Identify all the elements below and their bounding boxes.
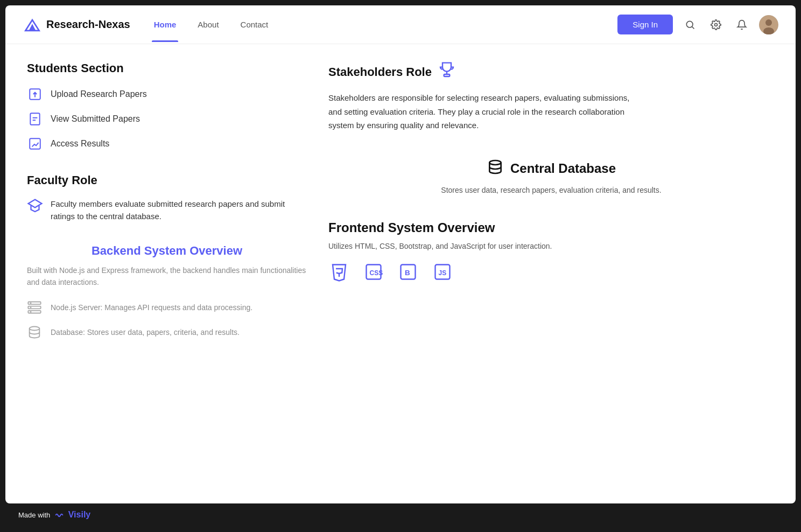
document-icon [27,111,43,127]
footer: Made with Visily [5,503,796,527]
view-papers-label: View Submitted Papers [51,114,140,124]
access-results-item[interactable]: Access Results [27,136,307,152]
stakeholders-description: Stakeholders are responsible for selecti… [328,91,630,132]
nav-links: Home About Contact [152,7,618,42]
upload-icon [27,86,43,102]
stakeholders-section: Stakeholders Role Stakeholders are res [328,61,774,132]
html5-icon [328,261,350,283]
svg-point-0 [686,21,693,27]
backend-nodejs-label: Node.js Server: Manages API requests and… [51,303,252,312]
svg-point-16 [30,303,31,303]
backend-db-item: Database: Stores user data, papers, crit… [27,324,307,340]
backend-description: Built with Node.js and Express framework… [27,264,307,289]
faculty-description-block: Faculty members evaluate submitted resea… [27,198,307,222]
svg-rect-21 [444,74,450,76]
logo-icon [23,15,42,34]
svg-point-19 [30,326,40,330]
nav-contact[interactable]: Contact [238,7,271,42]
right-column: Stakeholders Role Stakeholders are res [328,61,774,486]
faculty-description-text: Faculty members evaluate submitted resea… [51,198,307,222]
bell-icon [736,19,747,30]
nav-about[interactable]: About [195,7,221,42]
svg-text:B: B [405,269,410,277]
upload-papers-item[interactable]: Upload Research Papers [27,86,307,102]
bootstrap-icon: B [397,261,419,283]
stakeholders-header: Stakeholders Role [328,61,774,82]
svg-point-17 [30,307,31,307]
backend-nodejs-item: Node.js Server: Manages API requests and… [27,299,307,316]
central-db-header: Central Database [328,158,774,179]
svg-marker-12 [29,200,42,208]
navbar: Research-Nexas Home About Contact Sign I… [5,5,796,44]
frontend-section-title: Frontend System Overview [328,220,774,235]
nav-actions: Sign In [617,15,778,34]
svg-rect-11 [30,138,40,149]
footer-made-with: Made with [18,511,50,519]
students-section: Students Section Upload Research Papers [27,61,307,152]
svg-line-1 [692,26,694,29]
database-icon [487,158,504,179]
svg-point-18 [30,311,31,312]
javascript-icon: JS [432,261,453,283]
central-db-section: Central Database Stores user data, resea… [328,158,774,194]
notification-button[interactable] [733,16,750,33]
access-results-label: Access Results [51,139,109,149]
students-section-title: Students Section [27,61,307,75]
backend-db-label: Database: Stores user data, papers, crit… [51,328,240,337]
visily-brand-text: Visily [68,510,91,519]
search-icon [685,19,695,30]
graduation-cap-icon [27,198,43,214]
frontend-section: Frontend System Overview Utilizes HTML, … [328,220,774,283]
visily-logo: Visily [54,510,90,520]
avatar[interactable] [759,15,778,34]
server-icon [27,299,43,316]
view-papers-item[interactable]: View Submitted Papers [27,111,307,127]
stakeholders-title: Stakeholders Role [328,65,432,79]
left-column: Students Section Upload Research Papers [27,61,307,486]
nav-logo[interactable]: Research-Nexas [23,15,130,34]
database-small-icon [27,324,43,340]
trophy-icon [438,61,455,82]
logo-text: Research-Nexas [46,18,130,31]
gear-icon [711,19,721,30]
css3-icon: CSS [363,261,384,283]
results-icon [27,136,43,152]
upload-papers-label: Upload Research Papers [51,89,147,99]
faculty-section: Faculty Role Faculty members evaluate su… [27,173,307,222]
frontend-description: Utilizes HTML, CSS, Bootstrap, and JavaS… [328,242,774,250]
backend-section-title: Backend System Overview [27,244,307,258]
backend-section: Backend System Overview Built with Node.… [27,244,307,340]
svg-rect-8 [30,113,39,125]
svg-text:CSS: CSS [370,269,383,277]
svg-point-4 [765,19,772,26]
svg-marker-23 [333,264,346,281]
user-avatar-icon [759,15,778,34]
svg-point-2 [715,23,718,26]
central-db-description: Stores user data, research papers, evalu… [328,186,774,194]
svg-point-22 [489,160,501,165]
frontend-tech-icons: CSS B [328,261,774,283]
settings-button[interactable] [707,16,725,33]
faculty-section-title: Faculty Role [27,173,307,187]
nav-home[interactable]: Home [152,7,179,42]
central-db-title: Central Database [510,161,616,176]
svg-text:JS: JS [439,269,447,277]
sign-in-button[interactable]: Sign In [617,15,673,34]
main-content: Students Section Upload Research Papers [5,44,796,503]
search-button[interactable] [681,16,699,33]
